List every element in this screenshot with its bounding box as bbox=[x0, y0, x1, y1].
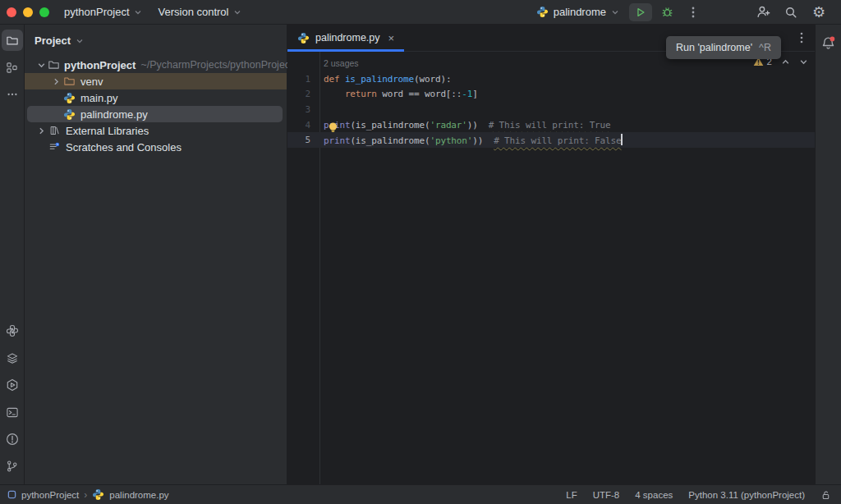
debug-button[interactable] bbox=[655, 3, 678, 21]
version-control-menu[interactable]: Version control bbox=[150, 0, 250, 24]
maximize-window-button[interactable] bbox=[39, 7, 49, 17]
code-editor[interactable]: 2 usages 1def is_palindrome(word):2 retu… bbox=[287, 52, 815, 484]
search-icon bbox=[784, 6, 797, 19]
close-tab-icon[interactable]: × bbox=[388, 33, 395, 44]
tab-palindrome-py[interactable]: palindrome.py × bbox=[287, 25, 404, 51]
search-everywhere-button[interactable] bbox=[779, 3, 803, 21]
tool-window-button-python-console[interactable] bbox=[2, 320, 23, 341]
tree-row-palindrome-py[interactable]: palindrome.py bbox=[25, 106, 287, 122]
tool-window-button-project-folder[interactable] bbox=[2, 30, 23, 51]
more-run-options-button[interactable] bbox=[682, 3, 705, 21]
tree-row-venv[interactable]: venv bbox=[25, 73, 287, 89]
bell-icon bbox=[821, 36, 835, 50]
line-number: 1 bbox=[287, 74, 324, 85]
tree-item-label: main.py bbox=[80, 92, 118, 104]
line-number: 5 bbox=[287, 135, 324, 145]
status-widget-4-spaces[interactable]: 4 spaces bbox=[635, 490, 673, 500]
ellipsis-vertical-icon bbox=[692, 6, 695, 19]
python-file-icon bbox=[92, 488, 104, 501]
tool-window-button-problems[interactable] bbox=[2, 428, 23, 450]
terminal-icon bbox=[6, 406, 19, 419]
status-widget-utf-8[interactable]: UTF-8 bbox=[593, 490, 620, 500]
right-tool-strip bbox=[815, 25, 841, 484]
code-text: return word == word[::-1] bbox=[324, 89, 478, 99]
library-icon bbox=[48, 124, 62, 137]
tree-row-pythonproject[interactable]: pythonProject~/PycharmProjects/pythonPro… bbox=[25, 57, 287, 73]
tool-window-button-python-packages[interactable] bbox=[2, 347, 23, 369]
add-user-icon bbox=[756, 5, 770, 19]
project-folder-icon bbox=[6, 34, 19, 47]
tree-row-scratches-and-consoles[interactable]: Scratches and Consoles bbox=[25, 139, 287, 155]
breadcrumb-project[interactable]: pythonProject bbox=[21, 490, 79, 500]
run-tooltip: Run 'palindrome' ^R bbox=[666, 36, 781, 59]
unlock-icon[interactable] bbox=[820, 489, 831, 501]
chevron-right-icon[interactable] bbox=[34, 126, 48, 135]
code-line-3[interactable]: 3 bbox=[287, 102, 815, 117]
status-widget-lf[interactable]: LF bbox=[566, 490, 577, 500]
tooltip-shortcut: ^R bbox=[759, 42, 771, 53]
tree-item-label: venv bbox=[80, 76, 103, 88]
code-line-5[interactable]: 5print(is_palindrome('python')) # This w… bbox=[287, 132, 815, 148]
project-menu[interactable]: pythonProject bbox=[56, 0, 150, 24]
next-warning-button[interactable] bbox=[799, 57, 808, 66]
intention-bulb-icon[interactable] bbox=[328, 121, 338, 133]
tab-label: palindrome.py bbox=[315, 32, 380, 44]
structure-icon bbox=[6, 62, 18, 74]
editor-area: palindrome.py × 2 usages 1def is_palindr… bbox=[287, 25, 815, 484]
tool-window-button-more-tool-windows[interactable] bbox=[2, 84, 23, 105]
gear-icon: ⚙ bbox=[812, 5, 825, 20]
folder-excluded-icon bbox=[62, 75, 76, 88]
text-caret bbox=[621, 134, 623, 145]
python-file-icon bbox=[536, 6, 549, 18]
code-line-1[interactable]: 1def is_palindrome(word): bbox=[287, 71, 815, 87]
tab-options-button[interactable] bbox=[800, 25, 815, 51]
code-line-4[interactable]: 4print(is_palindrome('radar')) # This wi… bbox=[287, 117, 815, 133]
code-text: def is_palindrome(word): bbox=[324, 74, 451, 85]
code-line-2[interactable]: 2 return word == word[::-1] bbox=[287, 86, 815, 102]
services-icon bbox=[6, 378, 19, 392]
usages-hint[interactable]: 2 usages bbox=[324, 58, 359, 68]
version-control-label: Version control bbox=[159, 6, 229, 18]
run-button[interactable] bbox=[629, 3, 652, 21]
python-packages-icon bbox=[6, 352, 19, 364]
code-text: print(is_palindrome('python')) # This wi… bbox=[324, 134, 623, 146]
chevron-down-icon[interactable] bbox=[34, 61, 48, 70]
title-bar: pythonProject Version control palindrome bbox=[0, 0, 841, 25]
tool-window-button-terminal[interactable] bbox=[2, 401, 23, 423]
chevron-down-icon bbox=[134, 8, 142, 16]
code-with-me-button[interactable] bbox=[751, 3, 775, 21]
run-configuration-selector[interactable]: palindrome bbox=[530, 6, 626, 18]
status-bar: pythonProject › palindrome.py LFUTF-84 s… bbox=[0, 484, 841, 504]
tree-item-label: Scratches and Consoles bbox=[66, 141, 182, 153]
tree-item-label: palindrome.py bbox=[80, 108, 148, 121]
code-text: print(is_palindrome('radar')) # This wil… bbox=[324, 120, 611, 131]
notifications-button[interactable] bbox=[818, 32, 839, 53]
tool-window-button-version-control[interactable] bbox=[2, 456, 23, 477]
project-tool-window: Project pythonProject~/PycharmProjects/p… bbox=[25, 25, 287, 484]
chevron-down-icon bbox=[233, 8, 241, 16]
python-file-icon bbox=[297, 32, 310, 44]
tool-window-button-structure[interactable] bbox=[2, 57, 23, 78]
more-tool-windows-icon bbox=[7, 89, 18, 100]
close-window-button[interactable] bbox=[7, 7, 16, 17]
left-tool-strip bbox=[0, 25, 25, 484]
minimize-window-button[interactable] bbox=[23, 7, 33, 17]
tree-item-label: pythonProject bbox=[64, 59, 136, 71]
project-tree: pythonProject~/PycharmProjects/pythonPro… bbox=[25, 57, 287, 155]
project-panel-title: Project bbox=[34, 34, 71, 47]
python-file-icon bbox=[62, 91, 76, 104]
settings-button[interactable]: ⚙ bbox=[807, 3, 831, 21]
breadcrumb-file[interactable]: palindrome.py bbox=[109, 490, 168, 500]
folder-icon bbox=[48, 58, 60, 71]
pycharm-window: pythonProject Version control palindrome bbox=[0, 0, 841, 504]
chevron-right-icon[interactable] bbox=[49, 77, 62, 86]
tree-row-external-libraries[interactable]: External Libraries bbox=[25, 122, 287, 139]
problems-icon bbox=[6, 433, 19, 446]
status-widget-python-3-11-pythonproject-[interactable]: Python 3.11 (pythonProject) bbox=[688, 490, 805, 500]
python-file-icon bbox=[62, 108, 76, 121]
previous-warning-button[interactable] bbox=[781, 57, 790, 66]
tool-window-button-services[interactable] bbox=[2, 374, 23, 396]
project-panel-header[interactable]: Project bbox=[25, 25, 287, 55]
version-control-icon bbox=[6, 460, 18, 473]
tree-row-main-py[interactable]: main.py bbox=[25, 89, 287, 106]
